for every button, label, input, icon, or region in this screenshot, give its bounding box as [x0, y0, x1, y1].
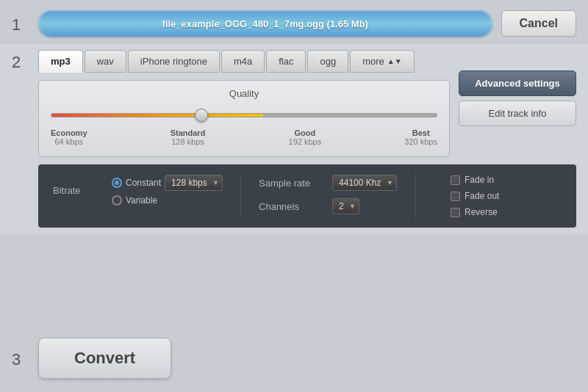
tab-wav[interactable]: wav: [85, 50, 126, 73]
quality-slider-thumb[interactable]: [195, 109, 208, 122]
constant-radio[interactable]: Constant 128 kbps 64 kbps 192 kbps 320 k…: [112, 175, 223, 191]
variable-radio-dot: [112, 195, 122, 206]
tab-flac[interactable]: flac: [266, 50, 306, 73]
step1-number: 1: [12, 12, 38, 35]
sample-rate-select[interactable]: 44100 Khz 22050 Khz 48000 Khz: [332, 175, 397, 191]
variable-radio[interactable]: Variable: [112, 195, 223, 206]
bitrate-label: Bitrate: [53, 185, 104, 196]
advanced-panel: Bitrate Constant 128 kbps 64 kbps 192 kb…: [38, 164, 576, 228]
reverse-checkbox[interactable]: Reverse: [451, 207, 499, 217]
fade-out-label: Fade out: [465, 191, 499, 201]
channels-label: Channels: [259, 201, 325, 212]
quality-standard: Standard 128 kbps: [171, 128, 206, 146]
effects-section: Fade in Fade out Reverse: [451, 175, 499, 217]
quality-best: Best 320 kbps: [404, 128, 437, 146]
fade-out-checkbox-box: [451, 192, 460, 201]
fade-out-checkbox[interactable]: Fade out: [451, 191, 499, 201]
step2-number: 2: [12, 50, 38, 72]
convert-button[interactable]: Convert: [38, 338, 171, 379]
bitrate-section: Bitrate Constant 128 kbps 64 kbps 192 kb…: [53, 175, 223, 206]
empty-area: [0, 235, 588, 324]
sample-rate-label: Sample rate: [259, 178, 325, 189]
fade-in-label: Fade in: [465, 175, 494, 185]
tab-more[interactable]: more ▲▼: [350, 50, 414, 73]
tab-iphone-ringtone[interactable]: iPhone ringtone: [128, 50, 220, 73]
tab-m4a[interactable]: m4a: [221, 50, 265, 73]
quality-markers: Economy 64 kbps Standard 128 kbps Good 1…: [51, 128, 437, 146]
quality-slider-container: [51, 106, 437, 124]
variable-label: Variable: [126, 195, 157, 206]
step3-number: 3: [12, 347, 38, 369]
channels-select[interactable]: 2 1: [332, 198, 359, 214]
chevron-down-icon: ▲▼: [387, 57, 402, 65]
samplerate-section: Sample rate 44100 Khz 22050 Khz 48000 Kh…: [259, 175, 397, 214]
advanced-settings-button[interactable]: Advanced settings: [459, 70, 576, 96]
fade-in-checkbox[interactable]: Fade in: [451, 175, 499, 185]
quality-box: Quality Economy 64 kbps Standard 128 kbp…: [38, 80, 450, 157]
file-bar: file_example_OGG_480_1_7mg.ogg (1.65 Mb): [38, 10, 492, 37]
reverse-label: Reverse: [465, 207, 498, 217]
more-label: more: [362, 56, 384, 67]
format-tabs: mp3 wav iPhone ringtone m4a flac ogg mor…: [38, 50, 450, 73]
divider1: [240, 175, 241, 217]
tab-ogg[interactable]: ogg: [307, 50, 348, 73]
quality-good: Good 192 kbps: [289, 128, 322, 146]
quality-label: Quality: [51, 88, 437, 99]
cancel-button[interactable]: Cancel: [501, 10, 576, 37]
tab-mp3[interactable]: mp3: [38, 50, 83, 73]
bitrate-select[interactable]: 128 kbps 64 kbps 192 kbps 320 kbps: [165, 175, 223, 191]
quality-economy: Economy 64 kbps: [51, 128, 87, 146]
divider2: [415, 175, 415, 217]
edit-track-button[interactable]: Edit track info: [459, 101, 576, 126]
quality-slider-track: [51, 113, 437, 117]
fade-in-checkbox-box: [451, 175, 460, 185]
constant-label: Constant: [126, 178, 161, 188]
bitrate-radio-group: Constant 128 kbps 64 kbps 192 kbps 320 k…: [112, 175, 223, 206]
constant-radio-dot: [112, 178, 122, 188]
reverse-checkbox-box: [451, 208, 460, 217]
